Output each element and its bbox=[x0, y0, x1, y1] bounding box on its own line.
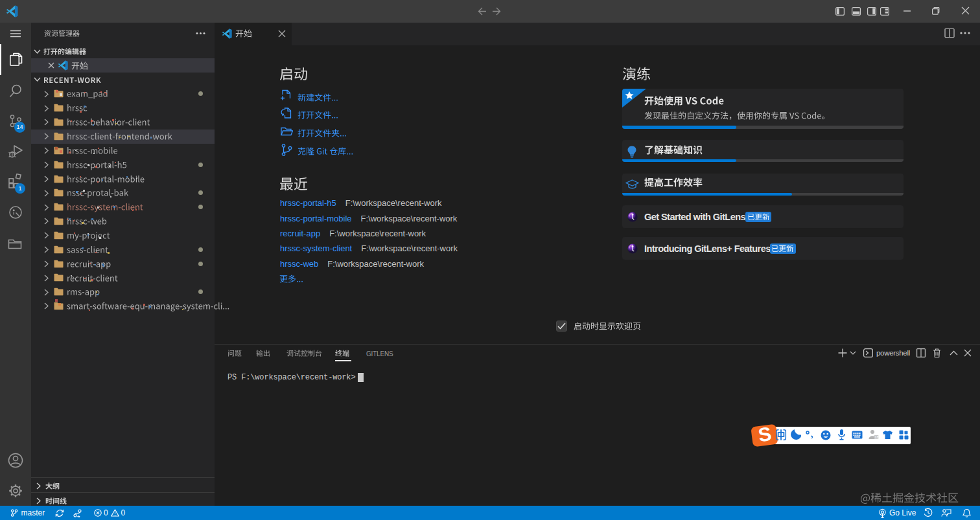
svg-text:1B: 1B bbox=[875, 435, 879, 439]
